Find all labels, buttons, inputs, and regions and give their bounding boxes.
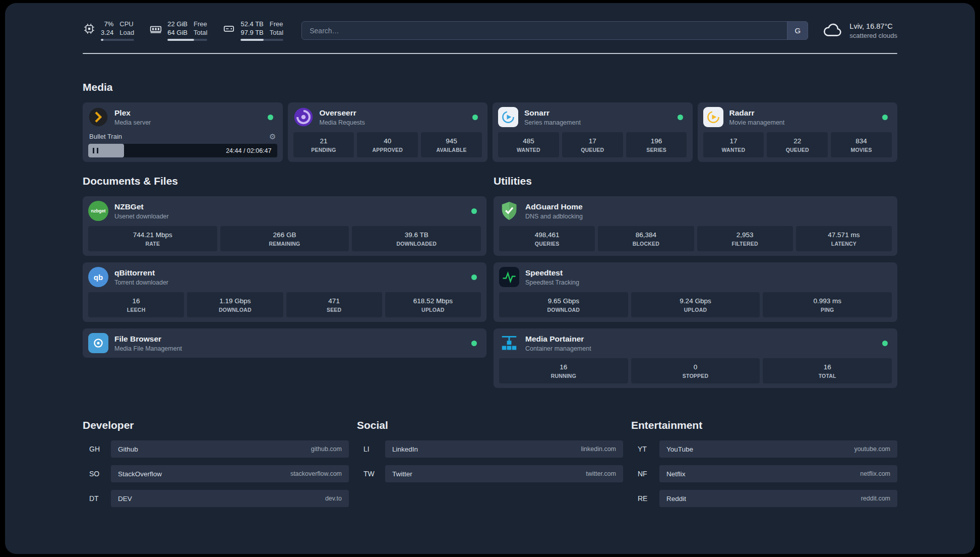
- bookmark-url: dev.to: [325, 495, 342, 502]
- bookmark-dev[interactable]: DT DEV dev.to: [83, 490, 349, 507]
- gear-icon[interactable]: ⚙: [269, 133, 276, 140]
- stat-queued: 17 QUEUED: [562, 132, 623, 157]
- stat-filtered: 2,953 FILTERED: [697, 226, 793, 251]
- service-link-adguard[interactable]: AdGuard Home DNS and adblocking: [499, 201, 892, 221]
- status-dot: [472, 115, 478, 120]
- stat-remaining: 266 GB REMAINING: [220, 226, 349, 251]
- section-title-developer: Developer: [83, 419, 349, 431]
- section-media: Media Plex Media server: [83, 81, 897, 162]
- section-documents: Documents & Files nzbget NZBGet Usenet d…: [83, 175, 486, 388]
- bookmark-linkedin[interactable]: LI LinkedIn linkedin.com: [357, 440, 623, 458]
- service-desc: Usenet downloader: [114, 213, 169, 220]
- service-name: qBittorrent: [114, 268, 168, 277]
- bookmark-url: youtube.com: [854, 445, 890, 453]
- service-link-plex[interactable]: Plex Media server: [88, 107, 277, 127]
- service-link-radarr[interactable]: Radarr Movie management: [703, 107, 892, 127]
- bookmark-abbr: RE: [631, 494, 659, 503]
- section-title-entertainment: Entertainment: [631, 419, 897, 431]
- bookmark-reddit[interactable]: RE Reddit reddit.com: [631, 490, 897, 507]
- search-bar: G: [301, 21, 808, 40]
- search-provider-button[interactable]: G: [787, 21, 808, 40]
- service-card-sonarr: Sonarr Series management 485 WANTED: [493, 102, 693, 162]
- nzbget-icon: nzbget: [88, 201, 108, 221]
- bookmark-name: Reddit: [666, 495, 686, 503]
- bookmark-url: reddit.com: [861, 495, 890, 502]
- service-link-filebrowser[interactable]: File Browser Media File Management: [88, 333, 481, 353]
- section-title-documents: Documents & Files: [83, 175, 486, 187]
- bookmark-netflix[interactable]: NF Netflix netflix.com: [631, 465, 897, 482]
- stat-blocked: 86,384 BLOCKED: [598, 226, 694, 251]
- top-bar: 7% 3.24 CPU Load: [83, 3, 897, 41]
- bookmark-abbr: DT: [83, 494, 111, 503]
- weather-widget: Lviv, 16.87°C scattered clouds: [822, 22, 897, 40]
- service-link-portainer[interactable]: Media Portainer Container management: [499, 333, 892, 353]
- service-link-overseerr[interactable]: Overseerr Media Requests: [293, 107, 482, 127]
- cpu-label: CPU: [119, 20, 134, 28]
- bookmark-name: LinkedIn: [392, 445, 418, 453]
- service-card-portainer: Media Portainer Container management 16 …: [494, 328, 897, 388]
- section-title-social: Social: [357, 419, 623, 431]
- service-card-overseerr: Overseerr Media Requests 21 PENDING: [288, 102, 488, 162]
- bookmark-name: DEV: [118, 495, 132, 503]
- service-card-qbittorrent: qb qBittorrent Torrent downloader 16: [83, 262, 486, 322]
- service-link-qbittorrent[interactable]: qb qBittorrent Torrent downloader: [88, 267, 481, 287]
- plex-icon: [88, 107, 108, 127]
- overseerr-icon: [293, 107, 314, 127]
- stat-queued: 22 QUEUED: [767, 132, 828, 157]
- service-name: Speedtest: [525, 268, 579, 277]
- speedtest-icon: [499, 267, 519, 287]
- service-card-adguard: AdGuard Home DNS and adblocking 498,461 …: [494, 196, 897, 256]
- disk-icon: [222, 22, 235, 37]
- status-dot: [471, 208, 477, 214]
- bookmark-twitter[interactable]: TW Twitter twitter.com: [357, 465, 623, 482]
- portainer-icon: [499, 333, 519, 353]
- disk-widget: 52.4 TB 97.9 TB Free Total: [222, 20, 283, 41]
- bookmark-name: Netflix: [666, 470, 686, 478]
- bookmark-youtube[interactable]: YT YouTube youtube.com: [631, 440, 897, 458]
- bookmark-abbr: SO: [83, 470, 111, 478]
- service-link-nzbget[interactable]: nzbget NZBGet Usenet downloader: [88, 201, 481, 221]
- disk-free-value: 52.4 TB: [240, 20, 263, 28]
- memory-icon: [149, 22, 162, 37]
- stat-upload: 618.52 Mbps UPLOAD: [385, 292, 481, 317]
- memory-total-label: Total: [194, 29, 207, 36]
- stat-latency: 47.571 ms LATENCY: [796, 226, 892, 251]
- section-title-utilities: Utilities: [494, 175, 897, 187]
- status-dot: [471, 341, 477, 346]
- status-dot: [268, 115, 273, 120]
- plex-now-playing: Bullet Train ⚙ 24:44 / 02:06:47: [88, 132, 277, 157]
- disk-bar: [240, 39, 283, 41]
- playback-time: 24:44 / 02:06:47: [226, 147, 271, 154]
- bookmark-group-developer: Developer GH Github github.com SO StackO…: [83, 419, 349, 507]
- cpu-widget: 7% 3.24 CPU Load: [83, 20, 134, 41]
- service-name: Overseerr: [320, 108, 365, 118]
- stat-pending: 21 PENDING: [293, 132, 354, 157]
- service-name: NZBGet: [114, 202, 169, 211]
- stat-available: 945 AVAILABLE: [421, 132, 482, 157]
- service-desc: Speedtest Tracking: [525, 279, 579, 286]
- disk-total-value: 97.9 TB: [240, 29, 263, 36]
- search-input[interactable]: [301, 21, 808, 40]
- bookmark-github[interactable]: GH Github github.com: [83, 440, 349, 458]
- service-link-sonarr[interactable]: Sonarr Series management: [498, 107, 687, 127]
- service-name: Sonarr: [524, 108, 581, 118]
- pause-icon[interactable]: [93, 148, 98, 153]
- filebrowser-icon: [88, 333, 108, 353]
- cpu-load-label: Load: [119, 29, 134, 36]
- stat-seed: 471 SEED: [286, 292, 382, 317]
- header-divider: [83, 53, 897, 54]
- section-utilities: Utilities: [494, 175, 897, 388]
- stat-approved: 40 APPROVED: [357, 132, 418, 157]
- service-name: AdGuard Home: [525, 202, 583, 211]
- bookmark-stackoverflow[interactable]: SO StackOverflow stackoverflow.com: [83, 465, 349, 482]
- stat-download: 9.65 Gbps DOWNLOAD: [499, 292, 628, 317]
- service-link-speedtest[interactable]: Speedtest Speedtest Tracking: [499, 267, 892, 287]
- bookmark-abbr: TW: [357, 470, 385, 478]
- qbittorrent-icon: qb: [88, 267, 108, 287]
- memory-bar: [167, 39, 207, 41]
- memory-total-value: 64 GiB: [167, 29, 188, 36]
- service-card-speedtest: Speedtest Speedtest Tracking 9.65 Gbps D…: [494, 262, 897, 322]
- memory-free-value: 22 GiB: [167, 20, 188, 28]
- playback-progress-bar[interactable]: 24:44 / 02:06:47: [88, 144, 277, 157]
- disk-total-label: Total: [270, 29, 283, 36]
